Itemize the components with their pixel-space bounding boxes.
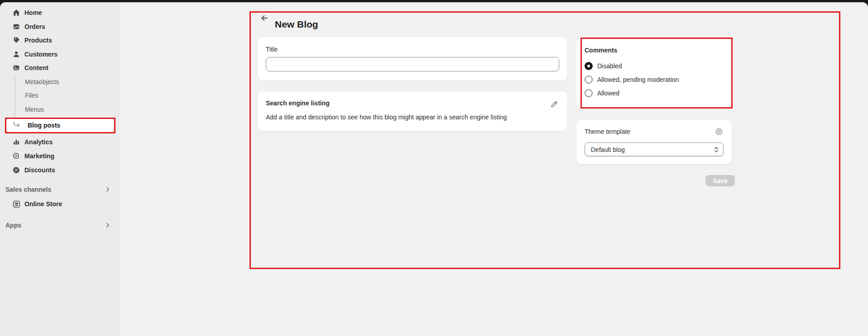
back-arrow-icon	[260, 14, 269, 24]
theme-template-label: Theme template	[585, 128, 724, 135]
radio-unselected[interactable]	[585, 76, 593, 84]
comments-card: Comments Disabled Allowed, pending moder…	[576, 38, 732, 108]
radio-option-allowed[interactable]: Allowed	[585, 86, 724, 100]
title-input[interactable]	[266, 57, 559, 71]
chevron-right-icon	[105, 222, 110, 228]
radio-selected[interactable]	[585, 62, 593, 70]
edit-seo-button[interactable]	[549, 100, 559, 110]
sidebar-item-products[interactable]: Products	[4, 34, 116, 47]
store-icon	[12, 199, 21, 208]
seo-card-title: Search engine listing	[266, 99, 559, 107]
radio-label: Allowed	[597, 90, 619, 97]
home-icon	[12, 8, 21, 17]
comments-card-title: Comments	[585, 47, 724, 54]
sidebar-item-label: Analytics	[24, 138, 53, 146]
main-content: New Blog Title Search engine listing Add…	[120, 2, 868, 336]
customers-icon	[12, 50, 21, 59]
comments-options: Disabled Allowed, pending moderation All…	[585, 59, 724, 100]
radio-label: Allowed, pending moderation	[597, 76, 679, 83]
shopify-admin-window: Home Orders Products Customers	[0, 0, 868, 336]
sidebar-item-label: Content	[24, 64, 48, 71]
discounts-icon	[12, 166, 21, 175]
analytics-icon	[12, 137, 21, 147]
sidebar-item-online-store[interactable]: Online Store	[4, 198, 116, 210]
chevron-right-icon	[105, 187, 110, 192]
sidebar-item-label: Products	[24, 37, 52, 44]
marketing-icon	[12, 151, 21, 161]
view-icon	[715, 127, 724, 138]
select-updown-icon	[713, 146, 719, 153]
sidebar-item-orders[interactable]: Orders	[4, 20, 116, 33]
sidebar-item-label: Discounts	[24, 166, 55, 174]
radio-option-disabled[interactable]: Disabled	[585, 59, 724, 73]
sidebar-item-files[interactable]: Files	[4, 89, 116, 102]
edit-pencil-icon	[550, 100, 558, 110]
preview-theme-button[interactable]	[714, 127, 724, 138]
radio-label: Disabled	[597, 62, 622, 70]
radio-option-allowed-pending-moderation[interactable]: Allowed, pending moderation	[585, 73, 724, 86]
sidebar-item-label: Orders	[24, 23, 45, 30]
seo-card-description: Add a title and description to see how t…	[266, 113, 559, 121]
sidebar-item-label: Home	[24, 9, 42, 16]
sidebar-subitem-label: Menus	[25, 106, 44, 113]
sidebar-item-metaobjects[interactable]: Metaobjects	[4, 76, 116, 88]
tree-arrow-icon	[13, 122, 21, 131]
sidebar-item-discounts[interactable]: Discounts	[4, 164, 116, 176]
app-panel: Home Orders Products Customers	[0, 2, 868, 336]
sidebar-item-customers[interactable]: Customers	[4, 48, 116, 61]
theme-template-select[interactable]: Default blog	[585, 142, 724, 156]
title-field-label: Title	[266, 46, 278, 53]
section-label: Apps	[5, 222, 105, 229]
sidebar-subitem-label: Files	[25, 92, 38, 99]
sidebar-item-menus[interactable]: Menus	[4, 103, 116, 116]
sidebar-item-label: Online Store	[24, 200, 62, 208]
radio-unselected[interactable]	[585, 89, 593, 97]
sidebar-section-apps[interactable]: Apps	[5, 220, 114, 231]
section-label: Sales channels	[5, 186, 105, 193]
content-icon	[12, 63, 21, 72]
orders-icon	[12, 22, 21, 31]
products-icon	[12, 36, 21, 45]
sidebar-item-label: Marketing	[24, 152, 54, 160]
sidebar-item-analytics[interactable]: Analytics	[4, 136, 116, 148]
sidebar-item-home[interactable]: Home	[4, 6, 116, 19]
save-button[interactable]: Save	[705, 175, 735, 186]
sidebar-item-label: Customers	[24, 51, 58, 58]
sidebar-subitem-label: Metaobjects	[25, 78, 59, 85]
seo-card: Search engine listing Add a title and de…	[258, 91, 567, 131]
sidebar: Home Orders Products Customers	[0, 2, 120, 336]
sidebar-subitem-label: Blog posts	[28, 122, 60, 129]
sidebar-item-content[interactable]: Content	[4, 62, 116, 74]
sidebar-item-blog-posts[interactable]: Blog posts	[6, 118, 114, 132]
sidebar-item-marketing[interactable]: Marketing	[4, 150, 116, 162]
selected-option: Default blog	[591, 146, 625, 153]
title-card: Title	[258, 37, 567, 80]
sidebar-section-sales-channels[interactable]: Sales channels	[5, 184, 114, 195]
back-button[interactable]	[259, 14, 270, 24]
page-title: New Blog	[275, 19, 318, 30]
theme-template-card: Theme template Default blog	[576, 120, 732, 164]
